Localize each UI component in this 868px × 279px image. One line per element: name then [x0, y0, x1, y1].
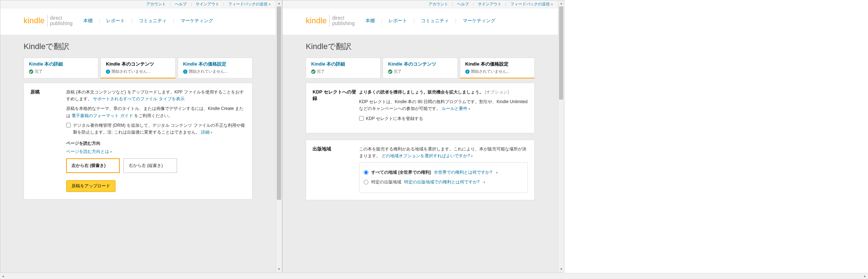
check-icon: [29, 69, 33, 74]
territory-all-radio[interactable]: [364, 170, 368, 175]
reading-direction-head: ページを読む方向: [66, 140, 246, 147]
topnav-help[interactable]: ヘルプ: [175, 2, 187, 6]
kdp-select-rules-link[interactable]: ルールと要件: [442, 106, 467, 111]
territory-options-help-link[interactable]: どの地域オプションを選択すればよいですか?: [382, 153, 470, 158]
nav-bookshelf[interactable]: 本棚: [83, 18, 93, 23]
topbar: アカウント | ヘルプ | サインアウト | フィードバックの送信▾: [283, 0, 558, 8]
horizontal-scrollbar[interactable]: ◂ ▸: [0, 273, 868, 279]
vertical-scrollbar[interactable]: ▴ ▾: [558, 0, 564, 272]
scroll-right-arrow-icon[interactable]: ▸: [862, 273, 868, 279]
topnav-signout[interactable]: サインアウト: [478, 2, 501, 6]
kdp-select-lead: より多くの読者を獲得しましょう。販売機会を拡大しましょう。: [359, 90, 484, 95]
scroll-up-arrow-icon[interactable]: ▴: [276, 0, 282, 6]
main-nav: 本棚 | レポート | コミュニティ | マーケティング: [83, 18, 213, 24]
info-icon: i: [465, 69, 470, 74]
drm-label: デジタル著作権管理 (DRM) を追加して、デジタル コンテンツ ファイルの不正…: [73, 123, 245, 135]
logo-divider: [329, 15, 330, 27]
pane-left: アカウント | ヘルプ | サインアウト | フィードバックの送信▾ kindl…: [0, 0, 282, 273]
chevron-down-icon: ▾: [551, 3, 553, 6]
wizard-steps: Kindle 本の詳細 完了 Kindle 本のコンテンツ 完了 Kindle …: [306, 58, 535, 78]
step-details[interactable]: Kindle 本の詳細 完了: [306, 58, 381, 78]
territory-label: 出版地域: [313, 146, 359, 193]
vertical-scrollbar[interactable]: ▴ ▾: [276, 0, 282, 272]
topnav-account[interactable]: アカウント: [428, 2, 448, 6]
topnav-feedback[interactable]: フィードバックの送信: [228, 2, 268, 6]
header: kindle directpublishing 本棚 | レポート | コミュニ…: [0, 8, 276, 35]
direction-rtl-option[interactable]: 右から左 (縦書き): [123, 158, 177, 173]
nav-reports[interactable]: レポート: [106, 18, 125, 23]
supported-filetypes-link[interactable]: サポートされるすべてのファイル タイプを表示: [93, 96, 184, 101]
pane-right: アカウント | ヘルプ | サインアウト | フィードバックの送信▾ kindl…: [282, 0, 564, 273]
step-contents-title: Kindle 本のコンテンツ: [106, 61, 170, 67]
card-manuscript: 原稿 原稿 (本の本文コンテンツなど) をアップロードします。KPF ファイルを…: [24, 83, 252, 199]
direction-ltr-option[interactable]: 左から右 (横書き): [66, 158, 120, 173]
nav-bookshelf[interactable]: 本棚: [366, 18, 375, 23]
step-details-status: 完了: [317, 69, 325, 74]
step-pricing-title: Kindle 本の価格設定: [183, 61, 247, 67]
nav-community[interactable]: コミュニティ: [139, 18, 167, 23]
nav-reports[interactable]: レポート: [388, 18, 407, 23]
chevron-down-icon: ▾: [110, 150, 112, 154]
step-details[interactable]: Kindle 本の詳細 完了: [24, 58, 98, 78]
logo-dp-text: directpublishing: [50, 15, 73, 26]
territory-some-label: 特定の出版地域: [371, 179, 401, 186]
step-details-title: Kindle 本の詳細: [311, 61, 375, 67]
page-title: Kindleで翻訳: [306, 41, 535, 52]
scroll-thumb[interactable]: [559, 6, 563, 100]
scroll-left-arrow-icon[interactable]: ◂: [0, 273, 6, 279]
page-title: Kindleで翻訳: [24, 41, 252, 52]
manuscript-label: 原稿: [30, 89, 66, 192]
chevron-down-icon: ▾: [484, 180, 485, 185]
upload-manuscript-button[interactable]: 原稿をアップロード: [66, 180, 116, 192]
scroll-down-arrow-icon[interactable]: ▾: [558, 266, 564, 272]
logo-kindle-text: kindle: [24, 16, 45, 25]
kdp-select-checkbox[interactable]: [359, 116, 364, 121]
wizard-steps: Kindle 本の詳細 完了 Kindle 本のコンテンツ i開始されていません…: [24, 58, 252, 78]
step-pricing-status: 開始されていません...: [471, 69, 510, 74]
nav-marketing[interactable]: マーケティング: [181, 18, 213, 23]
step-contents-status: 完了: [394, 69, 402, 74]
main-nav: 本棚 | レポート | コミュニティ | マーケティング: [366, 18, 495, 24]
logo[interactable]: kindle directpublishing: [306, 15, 355, 27]
info-icon: i: [183, 69, 187, 74]
nav-community[interactable]: コミュニティ: [421, 18, 449, 23]
territory-some-help-link[interactable]: 特定の出版地域での権利とは何ですか?: [404, 179, 480, 186]
drm-details-link[interactable]: 詳細: [201, 130, 210, 135]
step-pricing[interactable]: Kindle 本の価格設定 i開始されていません...: [178, 58, 252, 78]
scroll-up-arrow-icon[interactable]: ▴: [558, 0, 564, 6]
ebook-format-guide-link[interactable]: 電子書籍のフォーマット ガイド: [72, 113, 133, 118]
territory-all-label: すべての地域 (全世界での権利): [371, 169, 431, 176]
step-contents-status: 開始されていません...: [112, 69, 150, 74]
step-contents[interactable]: Kindle 本のコンテンツ i開始されていません...: [100, 58, 175, 78]
kdp-select-checkbox-label: KDP セレクトに本を登録する: [366, 115, 423, 122]
card-territory: 出版地域 この本を販売する権利がある地域を選択します。これにより、本が販売可能な…: [306, 140, 535, 200]
kdp-select-label: KDP セレクトへの登録: [313, 89, 359, 126]
step-details-title: Kindle 本の詳細: [29, 61, 93, 67]
check-icon: [311, 69, 315, 74]
territory-all-help-link[interactable]: 全世界での権利とは何ですか?: [434, 169, 492, 176]
nav-marketing[interactable]: マーケティング: [463, 18, 495, 23]
chevron-down-icon: ▾: [469, 107, 470, 111]
step-pricing-title: Kindle 本の価格設定: [465, 61, 529, 67]
topnav-account[interactable]: アカウント: [146, 2, 166, 6]
step-contents[interactable]: Kindle 本のコンテンツ 完了: [383, 58, 457, 78]
scroll-thumb[interactable]: [277, 6, 281, 200]
topnav-help[interactable]: ヘルプ: [457, 2, 469, 6]
topnav-feedback[interactable]: フィードバックの送信: [510, 2, 550, 6]
scroll-down-arrow-icon[interactable]: ▾: [276, 266, 282, 272]
territory-some-radio[interactable]: [364, 180, 368, 184]
chevron-down-icon: ▾: [471, 154, 473, 158]
drm-checkbox[interactable]: [66, 123, 71, 128]
reading-direction-help-link[interactable]: ページを読む方向とは: [66, 149, 109, 154]
chevron-down-icon: ▾: [269, 3, 271, 6]
logo-divider: [47, 15, 48, 27]
step-pricing[interactable]: Kindle 本の価格設定 i開始されていません...: [460, 58, 535, 78]
chevron-down-icon: ▾: [211, 131, 212, 134]
topnav-signout[interactable]: サインアウト: [196, 2, 219, 6]
manuscript-desc-2b: をご利用ください。: [134, 113, 173, 118]
logo[interactable]: kindle directpublishing: [24, 15, 73, 27]
check-icon: [388, 69, 392, 74]
info-icon: i: [106, 69, 110, 74]
step-pricing-status: 開始されていません...: [189, 69, 227, 74]
logo-kindle-text: kindle: [306, 16, 327, 25]
